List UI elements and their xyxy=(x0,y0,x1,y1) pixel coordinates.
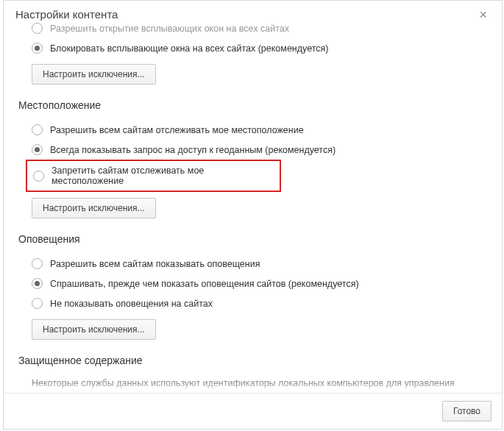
option-label: Разрешить открытие всплывающих окон на в… xyxy=(50,24,289,34)
popups-allow-option[interactable]: Разрешить открытие всплывающих окон на в… xyxy=(18,21,487,38)
radio-icon xyxy=(32,43,43,54)
notifications-exceptions-button[interactable]: Настроить исключения... xyxy=(32,319,156,340)
protected-desc: Некоторые службы данных используют идент… xyxy=(18,375,487,391)
radio-icon xyxy=(32,298,43,309)
radio-icon xyxy=(33,171,44,182)
highlight-box: Запретить сайтам отслеживать мое местопо… xyxy=(26,160,281,192)
location-allow-option[interactable]: Разрешить всем сайтам отслеживать мое ме… xyxy=(18,120,487,140)
option-label: Всегда показывать запрос на доступ к гео… xyxy=(50,145,336,155)
notifications-ask-option[interactable]: Спрашивать, прежде чем показать оповещен… xyxy=(18,274,487,293)
dialog-footer: Готово xyxy=(4,393,502,429)
location-exceptions-button[interactable]: Настроить исключения... xyxy=(32,198,156,218)
option-label: Блокировать всплывающие окна на всех сай… xyxy=(50,43,328,54)
section-title-notifications: Оповещения xyxy=(18,233,487,245)
section-title-location: Местоположение xyxy=(18,99,487,111)
option-label: Не показывать оповещения на сайтах xyxy=(50,299,213,309)
radio-icon xyxy=(32,124,43,135)
done-button[interactable]: Готово xyxy=(442,401,491,421)
section-protected-content: Защищенное содержание Некоторые службы д… xyxy=(18,355,487,391)
radio-icon xyxy=(32,258,43,269)
close-icon[interactable]: × xyxy=(476,8,490,21)
option-label: Запретить сайтам отслеживать мое местопо… xyxy=(52,165,277,186)
option-label: Разрешить всем сайтам показывать оповеще… xyxy=(50,259,260,269)
content-settings-dialog: Настройки контента × Разрешить открытие … xyxy=(3,0,503,430)
radio-icon xyxy=(32,278,43,289)
radio-icon xyxy=(32,23,43,34)
popups-exceptions-button[interactable]: Настроить исключения... xyxy=(32,64,156,85)
radio-icon xyxy=(32,144,43,155)
section-title-protected: Защищенное содержание xyxy=(18,355,487,366)
notifications-block-option[interactable]: Не показывать оповещения на сайтах xyxy=(18,293,487,313)
option-label: Разрешить всем сайтам отслеживать мое ме… xyxy=(50,125,304,135)
section-notifications: Оповещения Разрешить всем сайтам показыв… xyxy=(18,233,487,340)
option-label: Спрашивать, прежде чем показать оповещен… xyxy=(50,279,359,289)
section-location: Местоположение Разрешить всем сайтам отс… xyxy=(18,99,487,218)
popups-block-option[interactable]: Блокировать всплывающие окна на всех сай… xyxy=(18,38,487,58)
section-popups: Разрешить открытие всплывающих окон на в… xyxy=(18,21,487,85)
dialog-header: Настройки контента × xyxy=(4,1,502,21)
location-block-option[interactable]: Запретить сайтам отслеживать мое местопо… xyxy=(27,161,280,190)
location-ask-option[interactable]: Всегда показывать запрос на доступ к гео… xyxy=(18,140,487,160)
dialog-title: Настройки контента xyxy=(15,8,118,21)
notifications-allow-option[interactable]: Разрешить всем сайтам показывать оповеще… xyxy=(18,254,487,274)
dialog-body[interactable]: Разрешить открытие всплывающих окон на в… xyxy=(4,21,502,393)
